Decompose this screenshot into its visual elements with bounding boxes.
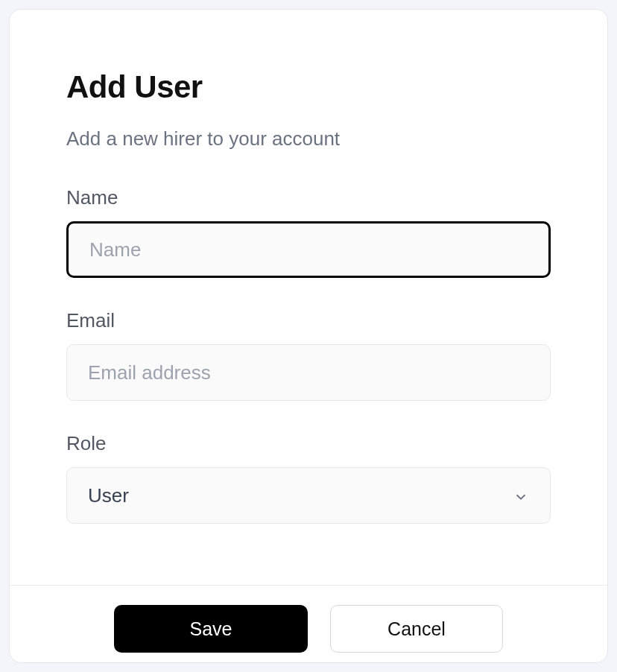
email-label: Email <box>66 309 551 332</box>
modal-footer: Save Cancel <box>10 585 607 663</box>
email-field: Email <box>66 309 551 401</box>
chevron-down-icon <box>513 487 529 504</box>
modal-title: Add User <box>66 69 551 105</box>
name-field: Name <box>66 186 551 278</box>
add-user-modal: Add User Add a new hirer to your account… <box>9 9 608 663</box>
modal-body: Add User Add a new hirer to your account… <box>10 10 607 585</box>
modal-subtitle: Add a new hirer to your account <box>66 127 551 150</box>
cancel-button[interactable]: Cancel <box>330 605 503 653</box>
name-label: Name <box>66 186 551 209</box>
save-button[interactable]: Save <box>114 605 308 653</box>
email-input[interactable] <box>66 344 551 401</box>
role-field: Role User <box>66 432 551 524</box>
role-select[interactable]: User <box>66 467 551 524</box>
name-input[interactable] <box>66 221 551 278</box>
role-selected-value: User <box>88 484 129 507</box>
role-label: Role <box>66 432 551 455</box>
